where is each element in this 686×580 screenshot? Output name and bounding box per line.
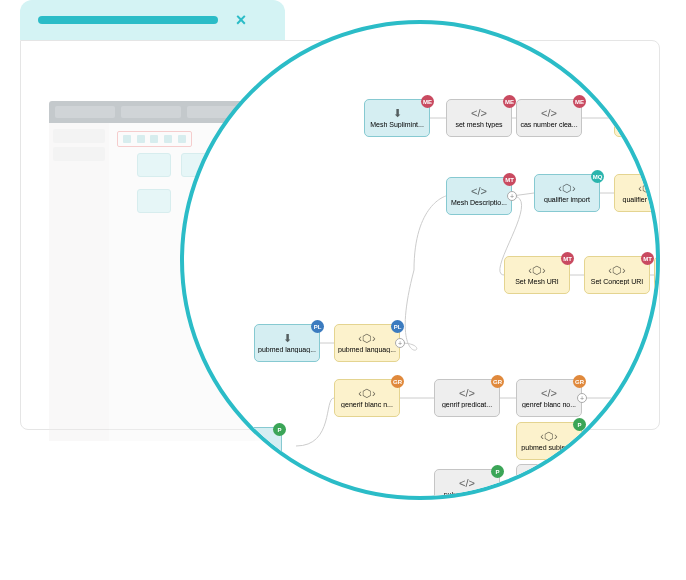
node-badge: P [573, 418, 586, 431]
uri-icon: ‹⬡› [358, 333, 375, 344]
node-badge: PL [391, 320, 404, 333]
workflow-node[interactable]: 🏷pubmed labelP [622, 427, 660, 465]
script-icon: ✎ [545, 473, 554, 484]
workflow-node[interactable]: ‹⬡›generif blanc n...GR [334, 379, 400, 417]
app-sidebar [49, 123, 109, 441]
node-port[interactable]: + [577, 393, 587, 403]
code-icon: </> [471, 186, 487, 197]
workflow-node[interactable]: </>cas number clea...ME [516, 99, 582, 137]
node-badge: ME [421, 95, 434, 108]
mini-toolbar [117, 131, 192, 147]
node-label: Mesh Descriptio... [451, 199, 507, 207]
uri-icon: ‹⬡› [358, 388, 375, 399]
tab-title-placeholder [38, 16, 218, 24]
node-badge: GR [391, 375, 404, 388]
workflow-node[interactable]: ‹⬡›pubmed languag...PL+ [334, 324, 400, 362]
node-badge: MT [641, 252, 654, 265]
node-badge: MT [561, 252, 574, 265]
download-icon: ⬇ [283, 333, 292, 344]
node-badge: P [273, 423, 286, 436]
node-label: pubmed grants [444, 491, 491, 499]
node-label: qualifier import [544, 196, 590, 204]
node-label: Set Mesh URI [515, 278, 559, 286]
node-label: set mesh types [455, 121, 502, 129]
node-label: pubmed languag... [338, 346, 396, 354]
node-label: pubmed subject... [521, 444, 576, 452]
node-label: grant_string [531, 486, 568, 494]
node-label: generif blanc n... [341, 401, 393, 409]
workflow-canvas[interactable]: ⬇Mesh Suplimint...ME</>set mesh typesME<… [184, 24, 656, 496]
node-badge: GR [491, 375, 504, 388]
workflow-node[interactable]: </>genref blanc no...GR+ [516, 379, 582, 417]
node-label: genref blanc no... [522, 401, 576, 409]
node-port[interactable]: + [395, 338, 405, 348]
uri-icon: ‹⬡› [528, 265, 545, 276]
node-label: end pubmed swim... [625, 491, 660, 499]
workflow-node[interactable]: ✎grant_stringP [516, 464, 582, 500]
node-badge: MQ [591, 170, 604, 183]
browser-tab: × [20, 0, 285, 40]
node-port[interactable]: + [507, 191, 517, 201]
workflow-node[interactable]: </>genrif predicat...GR [434, 379, 500, 417]
tab-close-button[interactable]: × [230, 9, 252, 31]
workflow-node[interactable]: ‹⬡›Set Mesh URIMT [504, 256, 570, 294]
code-icon: </> [471, 108, 487, 119]
workflow-node[interactable]: ‹⬡›qualifier importMQ [534, 174, 600, 212]
chev-icon: › [646, 478, 650, 489]
workflow-node[interactable]: ‹⬡›pubmed subject...P [516, 422, 582, 460]
node-label: pubmed languag... [258, 346, 316, 354]
workflow-node[interactable]: ⬇pubmed languag...PL [254, 324, 320, 362]
node-badge: P [573, 460, 586, 473]
node-badge: P [491, 465, 504, 478]
workflow-node[interactable]: </>set mesh typesME [446, 99, 512, 137]
magnifier-lens: ⬇Mesh Suplimint...ME</>set mesh typesME<… [180, 20, 660, 500]
workflow-node[interactable]: ⬇Mesh Suplimint...ME [364, 99, 430, 137]
workflow-node[interactable]: ‹⬡›Set Concept URIMT [584, 256, 650, 294]
node-label: Mesh Suplimint... [370, 121, 424, 129]
code-icon: </> [541, 388, 557, 399]
code-icon: </> [459, 388, 475, 399]
node-badge: PL [311, 320, 324, 333]
download-icon: ⬇ [393, 108, 402, 119]
uri-icon: ‹⬡› [540, 431, 557, 442]
uri-icon: ‹⬡› [558, 183, 575, 194]
node-badge: ME [573, 95, 586, 108]
code-icon: </> [541, 108, 557, 119]
node-badge: GR [573, 375, 586, 388]
uri-icon: ‹⬡› [608, 265, 625, 276]
tag-icon: 🏷 [650, 436, 661, 447]
workflow-node[interactable]: </>pubmed grantsP [434, 469, 500, 500]
workflow-node[interactable]: </>Mesh Descriptio...MT+ [446, 177, 512, 215]
node-label: cas number clea... [520, 121, 577, 129]
code-icon: </> [459, 478, 475, 489]
node-label: Set Concept URI [591, 278, 644, 286]
node-label: rd import [242, 449, 270, 457]
node-badge: ME [503, 95, 516, 108]
node-badge: MT [503, 173, 516, 186]
workflow-node[interactable]: ›end pubmed swim... [622, 469, 660, 500]
node-label: genrif predicat... [442, 401, 492, 409]
node-label: pubmed label [634, 449, 660, 457]
